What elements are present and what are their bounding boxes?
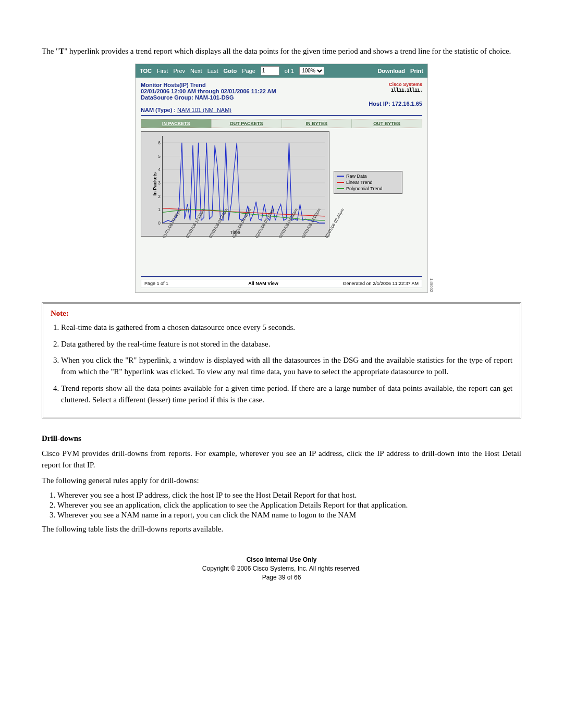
print-button[interactable]: Print [410, 68, 423, 74]
note-box: Note: Real-time data is gathered from a … [42, 302, 521, 419]
svg-text:1: 1 [158, 207, 161, 212]
svg-text:4: 4 [158, 167, 161, 172]
intro-paragraph: The "T" hyperlink provides a trend repor… [42, 46, 521, 57]
legend-swatch-raw [337, 176, 344, 177]
intro-pre: The " [42, 47, 59, 55]
first-button[interactable]: First [157, 68, 168, 74]
chart-plot: 0123456 [162, 136, 325, 224]
intro-post: " hyperlink provides a trend report whic… [64, 47, 511, 55]
figure-number: 149052 [429, 278, 434, 292]
svg-text:6: 6 [158, 140, 161, 145]
report-title: Monitor Hosts(IP) Trend [141, 82, 276, 88]
zoom-select[interactable]: 100% [299, 67, 324, 75]
cisco-logo: Cisco Systems ıllıı.ıllıı. [389, 82, 422, 101]
tab-in-bytes[interactable]: IN BYTES [282, 119, 352, 128]
legend-label-raw: Raw Data [346, 174, 367, 179]
dsg-label: DataSource Group: NAM-101-DSG [141, 94, 276, 101]
toc-button[interactable]: TOC [140, 68, 152, 74]
hostip-label: Host IP: 172.16.1.65 [369, 101, 422, 107]
drilldowns-heading: Drill-downs [42, 434, 521, 443]
note-item-3: When you click the "R" hyperlink, a wind… [61, 355, 512, 378]
drill-para-2: The following general rules apply for dr… [42, 475, 521, 487]
tab-out-packets[interactable]: OUT PACKETS [212, 119, 282, 128]
metric-tabs: IN PACKETS OUT PACKETS IN BYTES OUT BYTE… [141, 119, 422, 128]
chart-area: In Packets 0123456 Time Raw Data Linear … [141, 128, 422, 237]
last-button[interactable]: Last [207, 68, 218, 74]
cisco-logo-text: Cisco Systems [389, 82, 422, 87]
chart-legend: Raw Data Linear Trend Polynomial Trend [334, 171, 402, 194]
report-footer: Page 1 of 1 All NAM View Generated on 2/… [141, 279, 422, 288]
download-button[interactable]: Download [377, 68, 405, 74]
footer-line-3: Page 39 of 66 [42, 573, 521, 582]
footer-line-1: Cisco Internal Use Only [42, 556, 521, 564]
header-underline [141, 115, 422, 116]
cisco-logo-bars-icon: ıllıı.ıllıı. [389, 87, 422, 93]
drill-para-3: The following table lists the drill-down… [42, 524, 521, 535]
legend-raw: Raw Data [337, 173, 399, 179]
legend-linear: Linear Trend [337, 179, 399, 186]
footer-generated: Generated on 2/1/2006 11:22:37 AM [311, 279, 422, 288]
legend-label-poly: Polynomial Trend [346, 186, 383, 191]
chart-xticks: 01/31/06 09:36pm02/01/06 12:00am02/01/06… [162, 237, 324, 271]
legend-label-linear: Linear Trend [346, 180, 373, 185]
prev-button[interactable]: Prev [173, 68, 185, 74]
next-button[interactable]: Next [190, 68, 202, 74]
svg-text:3: 3 [158, 180, 161, 186]
nam-link[interactable]: NAM 101 (NM_NAM) [177, 107, 231, 113]
footer-divider [141, 276, 422, 277]
nam-label: NAM (Type) : [141, 107, 177, 113]
footer-page: Page 1 of 1 [141, 279, 215, 288]
drill-rule-3: Wherever you see a NAM name in a report,… [57, 511, 521, 520]
note-item-4: Trend reports show all the data points a… [61, 383, 512, 406]
footer-line-2: Copyright © 2006 Cisco Systems, Inc. All… [42, 564, 521, 573]
intro-T: T [59, 47, 64, 55]
chart-svg: 0123456 [163, 136, 325, 223]
legend-swatch-linear [337, 182, 344, 183]
note-item-2: Data gathered by the real-time feature i… [61, 339, 512, 350]
legend-swatch-poly [337, 188, 344, 189]
page-input[interactable] [261, 66, 279, 76]
note-title: Note: [51, 309, 512, 318]
drill-rule-1: Wherever you see a host IP address, clic… [57, 491, 521, 500]
svg-text:2: 2 [158, 193, 161, 199]
chart-ylabel: In Packets [152, 172, 157, 195]
page-footer: Cisco Internal Use Only Copyright © 2006… [42, 556, 521, 582]
tab-out-bytes[interactable]: OUT BYTES [352, 119, 422, 128]
goto-button[interactable]: Goto [223, 68, 237, 74]
chart-box: In Packets 0123456 Time [141, 131, 329, 237]
svg-text:0: 0 [158, 220, 161, 226]
chart-wrap: IN PACKETS OUT PACKETS IN BYTES OUT BYTE… [141, 119, 422, 271]
tab-in-packets[interactable]: IN PACKETS [141, 119, 212, 128]
note-item-1: Real-time data is gathered from a chosen… [61, 322, 512, 334]
report-toolbar: TOC First Prev Next Last Goto Page of 1 … [136, 64, 427, 78]
drill-rules: Wherever you see a host IP address, clic… [57, 491, 521, 520]
footer-view: All NAM View [215, 279, 311, 288]
drill-para-1: Cisco PVM provides drill-downs from repo… [42, 448, 521, 471]
of-pages: of 1 [285, 68, 294, 74]
report-header: Monitor Hosts(IP) Trend 02/01/2006 12:00… [136, 78, 427, 114]
trend-report-screenshot: 149052 TOC First Prev Next Last Goto Pag… [135, 64, 428, 293]
svg-text:5: 5 [158, 153, 161, 158]
report-daterange: 02/01/2006 12:00 AM through 02/01/2006 1… [141, 88, 276, 94]
legend-poly: Polynomial Trend [337, 186, 399, 192]
note-list: Real-time data is gathered from a chosen… [61, 322, 512, 406]
page-label: Page [242, 68, 255, 74]
drill-rule-2: Wherever you see an application, click t… [57, 501, 521, 510]
